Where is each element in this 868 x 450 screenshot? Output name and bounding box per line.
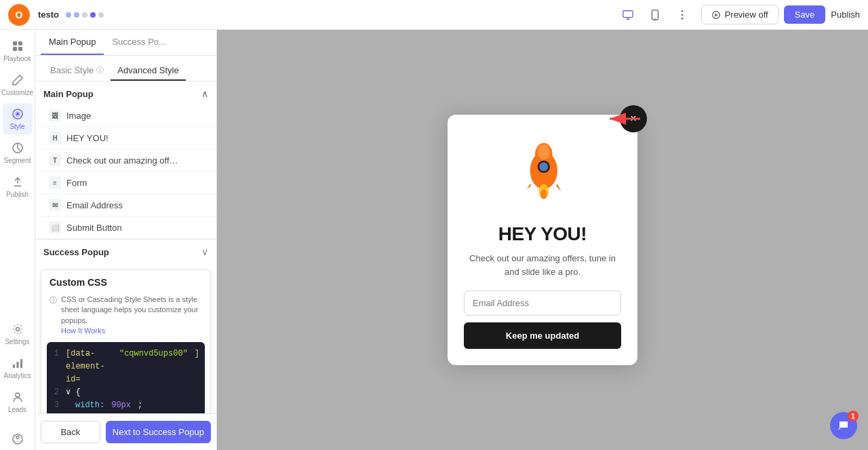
main-layout: Playbook Customize Style Segment Publish… — [0, 30, 868, 450]
progress-steps — [66, 12, 104, 18]
chat-badge: 1 — [848, 411, 859, 421]
code-line-2: 2 ∨ { — [52, 386, 199, 399]
expand-icon: ∨ — [201, 246, 208, 257]
popup-image — [502, 131, 583, 212]
back-button[interactable]: Back — [41, 421, 100, 443]
main-popup-section-header[interactable]: Main Popup ∧ — [35, 81, 216, 105]
preview-button[interactable]: Preview off — [701, 5, 778, 24]
svg-rect-8 — [18, 41, 22, 45]
form-layer-icon: ≡ — [49, 176, 61, 189]
svg-rect-10 — [18, 47, 22, 51]
app-logo[interactable]: O — [8, 4, 30, 26]
svg-point-19 — [16, 393, 20, 397]
custom-css-panel: Custom CSS ⓘ CSS or Cascading Style Shee… — [41, 269, 211, 413]
sidebar-item-segment[interactable]: Segment — [3, 137, 33, 168]
image-layer-icon: 🖼 — [49, 109, 61, 121]
heading-layer-icon: H — [49, 132, 61, 144]
step-1 — [66, 12, 71, 18]
tab-advanced-style[interactable]: Advanced Style — [111, 61, 185, 81]
topbar-actions: Preview off Save Publish — [701, 5, 860, 24]
svg-point-15 — [16, 328, 19, 331]
svg-point-29 — [539, 162, 548, 171]
sidebar-item-help[interactable] — [3, 428, 33, 450]
sidebar-item-customize[interactable]: Customize — [3, 69, 33, 100]
rocket-illustration — [505, 134, 580, 209]
svg-point-4 — [681, 14, 683, 16]
step-3 — [82, 12, 87, 18]
collapse-icon: ∧ — [201, 88, 208, 99]
how-it-works-link[interactable]: How It Works — [61, 326, 202, 336]
layer-form[interactable]: ≡ Form — [35, 172, 216, 194]
chat-bubble[interactable]: 1 — [830, 412, 857, 439]
sidebar-item-playbook[interactable]: Playbook — [3, 35, 33, 67]
sidebar-item-settings[interactable]: Settings — [3, 318, 33, 350]
basic-style-info-icon: ⓘ — [96, 65, 104, 75]
publish-button[interactable]: Publish — [831, 10, 860, 20]
code-line-3: 3 width: 90px ; — [52, 399, 199, 412]
next-button[interactable]: Next to Success Popup — [106, 421, 211, 443]
project-title: testo — [38, 10, 59, 20]
button-layer-icon: ⬜ — [49, 221, 61, 233]
mobile-view-button[interactable] — [644, 4, 666, 26]
panel: Main Popup Success Po... Basic Style ⓘ A… — [35, 30, 217, 450]
svg-rect-0 — [623, 10, 632, 17]
sidebar-item-style[interactable]: Style — [3, 103, 33, 134]
custom-css-info: ⓘ CSS or Cascading Style Sheets is a sty… — [41, 292, 210, 342]
svg-point-31 — [540, 189, 547, 200]
svg-rect-9 — [13, 47, 17, 51]
code-line-1: 1 [data-element-id="cqwnvd5ups00"] — [52, 348, 199, 387]
popup-close-button[interactable]: × — [620, 105, 647, 132]
svg-point-2 — [654, 18, 655, 18]
layer-check-out[interactable]: T Check out our amazing offers, tune... — [35, 149, 216, 172]
email-layer-icon: ✉ — [49, 199, 61, 211]
success-popup-section-header[interactable]: Success Popup ∨ — [35, 239, 216, 264]
info-icon: ⓘ — [50, 295, 57, 305]
svg-rect-16 — [13, 364, 15, 368]
popup-heading: HEY YOU! — [498, 223, 587, 245]
panel-tabs: Main Popup Success Po... — [35, 30, 216, 56]
more-options-button[interactable] — [671, 4, 693, 26]
svg-rect-18 — [20, 359, 22, 368]
topbar: O testo Preview off Save Publish — [0, 0, 868, 30]
text-layer-icon: T — [49, 154, 61, 166]
svg-point-5 — [681, 18, 683, 20]
icon-sidebar: Playbook Customize Style Segment Publish… — [0, 30, 35, 450]
svg-point-13 — [16, 113, 19, 115]
popup-modal: × — [448, 115, 637, 365]
device-switcher — [617, 4, 693, 26]
sidebar-item-leads[interactable]: Leads — [3, 386, 33, 417]
panel-footer: Back Next to Success Popup — [35, 413, 216, 450]
tab-main-popup[interactable]: Main Popup — [41, 30, 104, 55]
step-2 — [74, 12, 79, 18]
layer-submit[interactable]: ⬜ Submit Button — [35, 217, 216, 239]
step-5 — [98, 12, 104, 18]
svg-rect-17 — [16, 362, 18, 368]
svg-point-3 — [681, 10, 683, 12]
panel-content: Main Popup ∧ 🖼 Image H HEY YOU! T Check … — [35, 81, 216, 413]
save-button[interactable]: Save — [784, 5, 826, 24]
canvas: × — [217, 30, 868, 450]
step-4 — [90, 12, 96, 18]
desktop-view-button[interactable] — [617, 4, 639, 26]
popup-submit-button[interactable]: Keep me updated — [464, 322, 621, 349]
sidebar-item-analytics[interactable]: Analytics — [3, 352, 33, 383]
sidebar-item-publish[interactable]: Publish — [3, 171, 33, 202]
code-editor[interactable]: 1 [data-element-id="cqwnvd5ups00"] 2 ∨ {… — [47, 342, 205, 413]
layer-image[interactable]: 🖼 Image — [35, 105, 216, 127]
tab-basic-style[interactable]: Basic Style ⓘ — [43, 61, 111, 81]
email-input[interactable] — [464, 290, 621, 316]
style-tabs: Basic Style ⓘ Advanced Style — [35, 56, 216, 81]
tab-success-popup[interactable]: Success Po... — [104, 30, 174, 55]
layer-hey-you[interactable]: H HEY YOU! — [35, 127, 216, 149]
svg-point-27 — [538, 145, 550, 160]
popup-text: Check out our amazing offers, tune in an… — [464, 252, 621, 278]
custom-css-title: Custom CSS — [41, 270, 210, 292]
svg-rect-7 — [13, 41, 17, 45]
layer-email[interactable]: ✉ Email Address — [35, 194, 216, 217]
chat-icon — [837, 419, 850, 432]
